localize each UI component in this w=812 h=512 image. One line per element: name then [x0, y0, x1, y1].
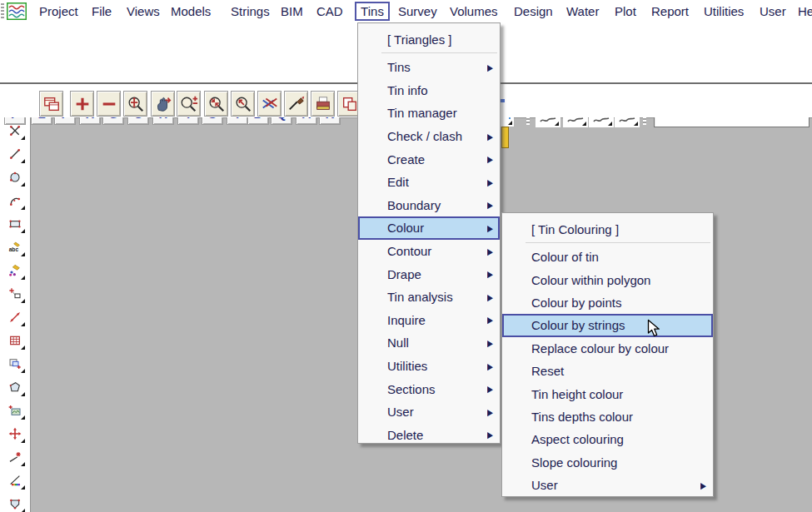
tool-fence-button[interactable]: [3, 493, 27, 512]
redraw-button[interactable]: [284, 91, 308, 117]
menu-item-delete[interactable]: Delete▶: [358, 424, 500, 447]
submenu-item-aspect-colouring[interactable]: Aspect colouring: [502, 428, 713, 450]
submenu-item-colour-by-points[interactable]: Colour by points: [502, 291, 713, 314]
menu-file[interactable]: File: [92, 3, 112, 19]
zoom-previous-icon: [234, 95, 252, 113]
menu-cad[interactable]: CAD: [316, 3, 343, 19]
menubar: Project File Views Models Strings BIM CA…: [0, 0, 812, 22]
submenu-item-reset[interactable]: Reset: [502, 360, 713, 382]
new-view-button[interactable]: [39, 91, 63, 117]
tool-line-button[interactable]: [3, 143, 27, 165]
partially-hidden-yellow-icon: [501, 127, 509, 148]
menubar-grip[interactable]: [1, 3, 4, 19]
plot-button[interactable]: [311, 91, 335, 117]
submenu-item-tins-depths-colour[interactable]: Tins depths colour: [502, 405, 713, 428]
brush-icon: [287, 95, 306, 113]
zoom-shrink-icon: [207, 95, 226, 113]
menu-survey[interactable]: Survey: [398, 3, 437, 19]
submenu-item-colour-by-strings[interactable]: Colour by strings: [502, 314, 713, 336]
submenu-arrow-icon: ▶: [487, 315, 493, 325]
point-plus-icon: [8, 284, 22, 304]
tool-create-point-button[interactable]: [3, 283, 27, 305]
menu-tins[interactable]: Tins: [355, 2, 390, 21]
tool-measure-button[interactable]: [3, 306, 27, 328]
menu-separator: [526, 242, 710, 243]
menu-report[interactable]: Report: [651, 3, 689, 19]
menu-design[interactable]: Design: [514, 3, 553, 19]
submenu-arrow-icon: ▶: [487, 246, 493, 256]
menu-item-boundary[interactable]: Boundary▶: [358, 194, 500, 217]
menu-item-edit[interactable]: Edit▶: [358, 171, 500, 194]
tool-polygon-button[interactable]: [3, 376, 27, 398]
copy-icon: [341, 95, 359, 113]
rectangle-icon: [8, 214, 22, 234]
menu-item-inquire[interactable]: Inquire▶: [358, 309, 500, 332]
menu-item-tin-analysis[interactable]: Tin analysis▶: [358, 286, 500, 309]
tool-symbol-button[interactable]: [3, 260, 27, 281]
zoom-button[interactable]: [177, 91, 201, 117]
submenu-item-slope-colouring[interactable]: Slope colouring: [502, 451, 713, 474]
submenu-arrow-icon: ▶: [487, 223, 493, 233]
menu-item-null[interactable]: Null▶: [358, 331, 500, 355]
shield-polygon-icon: [8, 494, 22, 512]
tool-circle-button[interactable]: [3, 167, 27, 188]
minus-icon: [100, 95, 118, 113]
tool-translate-button[interactable]: [3, 446, 27, 468]
add-button[interactable]: [70, 91, 94, 117]
tool-rectangle-button[interactable]: [3, 213, 27, 235]
tool-copy-element-button[interactable]: [3, 353, 27, 375]
remove-button[interactable]: [97, 91, 121, 117]
line-icon: [8, 144, 22, 164]
symbol-pencil-icon: [8, 261, 22, 281]
menu-views[interactable]: Views: [127, 3, 160, 19]
zoom-previous-button[interactable]: [231, 91, 255, 117]
menu-help[interactable]: He: [798, 3, 812, 19]
submenu-item-colour-within-polygon[interactable]: Colour within polygon: [502, 268, 713, 291]
tool-colour-string-button[interactable]: [3, 470, 27, 491]
submenu-item-replace-colour-by-colour[interactable]: Replace colour by colour: [502, 337, 713, 360]
text-abc-icon: abc: [8, 237, 22, 257]
menu-item-tins[interactable]: Tins▶: [358, 56, 500, 79]
zoom-extents-button[interactable]: [123, 91, 147, 117]
menu-title: [ Triangles ]: [358, 30, 500, 50]
copy-rect-icon: [8, 354, 22, 374]
printer-icon: [314, 95, 332, 113]
menu-utilities[interactable]: Utilities: [704, 3, 744, 19]
menu-strings[interactable]: Strings: [231, 3, 270, 19]
app-logo-icon: [7, 2, 27, 20]
measure-arrow-icon: [8, 307, 22, 327]
pan-hand-icon: [154, 95, 172, 113]
svg-text:abc: abc: [9, 246, 19, 252]
submenu-item-tin-height-colour[interactable]: Tin height colour: [502, 382, 713, 405]
menu-models[interactable]: Models: [171, 3, 211, 19]
menu-item-tin-manager[interactable]: Tin manager: [358, 102, 500, 125]
menu-water[interactable]: Water: [566, 3, 599, 19]
menu-project[interactable]: Project: [39, 3, 78, 19]
tool-grid-button[interactable]: [3, 330, 27, 351]
submenu-item-user[interactable]: User▶: [502, 474, 713, 496]
menu-item-sections[interactable]: Sections▶: [358, 377, 500, 400]
zoom-out-button[interactable]: [204, 91, 228, 117]
menu-plot[interactable]: Plot: [615, 3, 636, 19]
tool-move-button[interactable]: [3, 423, 27, 445]
tool-arc-button[interactable]: [3, 190, 27, 211]
menu-volumes[interactable]: Volumes: [450, 3, 498, 19]
tool-text-button[interactable]: abc: [3, 236, 27, 258]
submenu-arrow-icon: ▶: [487, 177, 493, 187]
tool-image-button[interactable]: [3, 400, 27, 421]
menu-item-contour[interactable]: Contour▶: [358, 240, 500, 263]
mouse-cursor-icon: [647, 319, 662, 338]
pan-button[interactable]: [151, 91, 175, 117]
menu-item-utilities[interactable]: Utilities▶: [358, 355, 500, 378]
menu-item-tin-info[interactable]: Tin info: [358, 79, 500, 102]
cancel-view-button[interactable]: [257, 91, 281, 117]
menu-user[interactable]: User: [760, 3, 786, 19]
menu-item-check-clash[interactable]: Check / clash▶: [358, 125, 500, 148]
menu-item-drape[interactable]: Drape▶: [358, 262, 500, 286]
submenu-item-colour-of-tin[interactable]: Colour of tin: [502, 246, 713, 268]
menu-item-user[interactable]: User▶: [358, 400, 500, 424]
menu-item-colour[interactable]: Colour▶: [358, 216, 500, 240]
cad-toolbar: abc: [0, 85, 30, 512]
menu-item-create[interactable]: Create▶: [358, 147, 500, 171]
menu-bim[interactable]: BIM: [281, 3, 303, 19]
